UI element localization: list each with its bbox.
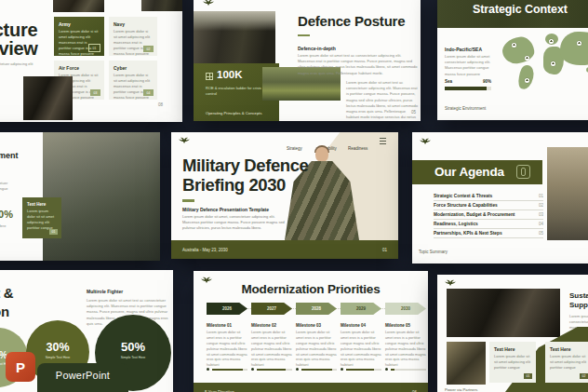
timeline-arrow-2026: 2026 (207, 303, 247, 315)
body-text-2: Lorem ipsum dolor sit amet test ac conse… (346, 80, 419, 121)
card-body: Lorem ipsum dolor sit sit amet adipiscin… (27, 209, 57, 231)
circle-value: 50% (95, 340, 171, 354)
slide-strategic-context[interactable]: Strategic Context Indo-Pacific/SEA Lorem… (437, 0, 588, 120)
body-text: Lorem ipsum dolor sit amet consectetuer … (0, 181, 13, 198)
year-label: 2028 (312, 306, 321, 311)
slide-modernization-priorities[interactable]: Modernization Priorities 2026 2027 2028 … (194, 271, 428, 392)
agenda-item-number: 03 (539, 212, 543, 217)
card-title: Cyber (114, 65, 153, 71)
year-label: 2026 (222, 306, 232, 311)
stat-value: 70% (0, 209, 13, 220)
menu-icon[interactable] (380, 138, 386, 144)
agenda-item-label: Modernization, Budget & Procurement (434, 212, 514, 217)
agenda-item-label: Partnerships, KPIs & Next Steps (434, 231, 502, 236)
card-body: Lorem ipsum dolor sit sit amet adipiscin… (550, 354, 587, 371)
card-number-badge: 01 (49, 229, 58, 235)
slide-defence-posture[interactable]: 100K ROE & escalation ladder for crisis … (194, 0, 421, 121)
milestone-title: Milestone 02 (251, 323, 292, 328)
milestone-body: Lorem ipsum dolor sit amet eros is a por… (207, 331, 247, 369)
slide-title-line1: Sustainment & (569, 291, 588, 301)
photo-military-top-right (141, 0, 182, 11)
slide-deployment[interactable]: Deployment Lorem ipsum dolor sit amet co… (0, 132, 160, 261)
milestone-body: Lorem ipsum dolor sit amet eros is a por… (385, 331, 426, 369)
card-title: Text Here (27, 202, 57, 207)
location-pin-icon (551, 61, 555, 66)
body-text: Lorem ipsum dolor sit amet test ac conse… (298, 53, 419, 76)
slide-structure-overview[interactable]: Structure Overview Lorem ipsum dolor sit… (0, 0, 182, 122)
agenda-item-label: Strategic Context & Threats (434, 194, 492, 198)
caption: Power via Partners (445, 387, 477, 392)
stat-label: ROE & escalation ladder for crisis contr… (206, 86, 263, 97)
card-number-badge: 01 (524, 373, 532, 379)
slide-intro-text: Lorem ipsum dolor sit amet consectetuer … (0, 61, 47, 73)
slide-sustainment-support[interactable]: Sustainment & Support Lorem ipsum dolor … (437, 275, 588, 392)
slide-title: Strategic Context (473, 3, 568, 16)
card-title: Air Force (59, 65, 100, 71)
accent-dash (182, 199, 194, 202)
agenda-title-band: Our Agenda (412, 160, 542, 184)
agenda-item[interactable]: Strategic Context & Threats01 (434, 192, 543, 201)
card-title: Navy (114, 21, 153, 27)
agenda-item-number: 05 (539, 231, 543, 236)
circle-label: Simple Text Here (95, 356, 171, 359)
agenda-item[interactable]: Force Structure & Capabilities02 (434, 201, 543, 210)
photo-soldier-headset (447, 289, 560, 337)
progress-value: 90% (483, 79, 491, 84)
timeline-arrow-2029: 2029 (341, 303, 381, 315)
section-heading: Defence-in-depth (298, 46, 336, 51)
progress-dot (207, 368, 209, 371)
agenda-item[interactable]: Readiness, Logistics04 (434, 220, 543, 229)
milestone-body: Lorem ipsum dolor sit amet eros is a por… (251, 331, 292, 369)
logo-eagle-icon (203, 0, 214, 7)
main-title-line1: Military Defence (182, 156, 309, 176)
location-pin-icon (512, 43, 516, 47)
map-asia (560, 32, 588, 65)
agenda-item-label: Readiness, Logistics (434, 222, 478, 226)
milestone-column: Milestone 04 Lorem ipsum dolor sit amet … (341, 323, 381, 369)
agenda-item[interactable]: Partnerships, KPIs & Next Steps05 (434, 229, 543, 238)
progress-fill (257, 369, 286, 371)
card-army: Army Lorem ipsum dolor si sit amet adipi… (54, 17, 104, 56)
photo-field-equipment (447, 342, 486, 385)
powerpoint-watermark-text: PowerPoint (56, 370, 110, 381)
milestone-title: Milestone 01 (207, 323, 247, 328)
footer-label: Topic Summary (419, 250, 448, 254)
agenda-item[interactable]: Modernization, Budget & Procurement03 (434, 210, 543, 220)
slide-budget-modernization[interactable]: Budget & Modernization Multirole Fighter… (0, 270, 173, 392)
milestone-progress (391, 369, 426, 371)
powerpoint-watermark-pill: PowerPoint (37, 363, 128, 392)
year-label: 2029 (356, 306, 366, 311)
progress-track (445, 87, 491, 90)
photo-vehicle-interior (23, 76, 73, 120)
agenda-item-number: 01 (539, 194, 543, 198)
agenda-item-label: Force Structure & Capabilities (434, 203, 498, 208)
card-body: Lorem ipsum dolor si sit amet adipiscing… (114, 73, 153, 101)
location-pin-icon (525, 78, 529, 83)
panel-footer-label: Operating Principles & Concepts (206, 111, 262, 115)
slide-title-line1: Budget & (0, 285, 13, 301)
card-number-badge: 03 (90, 89, 100, 96)
overlay-card: Text Here Lorem ipsum dolor sit sit amet… (22, 197, 61, 238)
progress-row: Sea 90% (445, 79, 491, 84)
slide-title-line2: Overview (0, 38, 38, 60)
milestone-column: Milestone 02 Lorem ipsum dolor sit amet … (251, 323, 292, 369)
progress-fill (445, 87, 487, 90)
year-label: 2030 (401, 306, 410, 311)
slide-title-main[interactable]: Strategy Capability Readiness Military D… (171, 132, 398, 259)
section-heading: Multirole Fighter (87, 289, 123, 294)
logo-eagle-icon (420, 138, 431, 145)
progress-fill (346, 369, 374, 371)
subtitle: Military Defence Presentation Template (182, 207, 269, 212)
soldier-head (315, 147, 328, 162)
year-label: 2027 (267, 306, 276, 311)
map-south-america (516, 64, 535, 91)
card-title: Text Here (550, 346, 587, 352)
agenda-item-number: 02 (539, 203, 543, 208)
card-body: Lorem ipsum dolor sit sit amet adipiscin… (494, 354, 531, 371)
photo-soldier-radio (43, 132, 160, 261)
stat-value: 100K (217, 69, 243, 80)
slide-agenda[interactable]: Our Agenda Strategic Context & Threats01… (412, 132, 588, 264)
agenda-item-number: 04 (539, 222, 543, 226)
logo-eagle-icon (179, 137, 190, 144)
card-number-badge: 02 (580, 373, 588, 379)
